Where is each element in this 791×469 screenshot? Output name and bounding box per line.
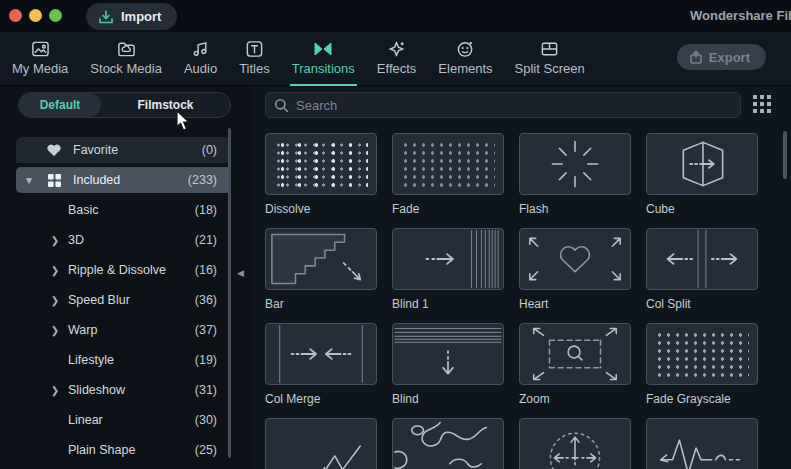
sidebar-item-plain-shape[interactable]: Plain Shape (25) (16, 437, 231, 463)
tab-label: Split Screen (515, 61, 585, 76)
sidebar-item-favorite[interactable]: Favorite (0) (16, 137, 231, 163)
sidebar-scrollbar[interactable] (228, 128, 231, 458)
sidebar-item-lifestyle[interactable]: Lifestyle (19) (16, 347, 231, 373)
transition-label: Blind 1 (392, 297, 504, 311)
tab-effects[interactable]: Effects (375, 38, 419, 86)
transition-item-col-split[interactable]: Col Split (646, 228, 758, 323)
transitions-grid: Dissolve Fade Flash Cube (265, 133, 758, 469)
dotted-circle-arrows-icon (520, 418, 630, 469)
search-bar[interactable] (265, 92, 741, 118)
app-title: Wondershare Fil (690, 8, 791, 23)
search-icon (274, 98, 289, 113)
title-bar: Import Wondershare Fil (0, 0, 791, 32)
transition-item-partial-2[interactable] (392, 418, 504, 469)
chevron-right-icon[interactable]: ❯ (42, 295, 68, 306)
sidebar-item-count: (19) (195, 353, 217, 367)
chevron-down-icon[interactable]: ▼ (16, 175, 42, 186)
magnifier-expand-arrows-icon (520, 323, 630, 385)
transition-thumbnail[interactable] (265, 228, 377, 290)
sidebar-item-count: (31) (195, 383, 217, 397)
transition-thumbnail[interactable] (265, 418, 377, 469)
chevron-right-icon[interactable]: ❯ (42, 265, 68, 276)
transition-item-partial-4[interactable] (646, 418, 758, 469)
transition-item-flash[interactable]: Flash (519, 133, 631, 228)
panel-collapse-arrow-icon[interactable]: ◀ (237, 266, 247, 280)
transition-item-partial-1[interactable] (265, 418, 377, 469)
transition-item-cube[interactable]: Cube (646, 133, 758, 228)
chevron-right-icon[interactable]: ❯ (42, 325, 68, 336)
transition-thumbnail[interactable] (392, 133, 504, 195)
tab-label: Transitions (292, 61, 355, 76)
sidebar-item-label: Favorite (73, 143, 118, 157)
transition-thumbnail[interactable] (519, 418, 631, 469)
transition-item-zoom[interactable]: Zoom (519, 323, 631, 418)
transition-thumbnail[interactable] (646, 418, 758, 469)
transition-label: Dissolve (265, 202, 377, 216)
sidebar-item-slideshow[interactable]: ❯ Slideshow (31) (16, 377, 231, 403)
sidebar-item-label: Plain Shape (68, 443, 135, 457)
close-window-button[interactable] (9, 9, 22, 22)
export-button[interactable]: Export (677, 44, 766, 70)
tab-label: Stock Media (90, 61, 162, 76)
elements-icon (456, 40, 475, 58)
transition-thumbnail[interactable] (646, 133, 758, 195)
transitions-content: Dissolve Fade Flash Cube (250, 86, 791, 469)
chevron-right-icon[interactable]: ❯ (42, 385, 68, 396)
tab-transitions[interactable]: Transitions (290, 38, 357, 86)
sidebar-item-3d[interactable]: ❯ 3D (21) (16, 227, 231, 253)
transition-thumbnail[interactable] (519, 228, 631, 290)
transition-item-dissolve[interactable]: Dissolve (265, 133, 377, 228)
toggle-filmstock[interactable]: Filmstock (101, 93, 230, 117)
transition-item-fade-grayscale[interactable]: Fade Grayscale (646, 323, 758, 418)
tab-split-screen[interactable]: Split Screen (513, 38, 587, 86)
my-media-icon (31, 40, 50, 58)
sidebar-item-label: Linear (68, 413, 103, 427)
chevron-right-icon[interactable]: ❯ (42, 235, 68, 246)
transition-label: Col Merge (265, 392, 377, 406)
toggle-default[interactable]: Default (19, 93, 101, 117)
transition-item-fade[interactable]: Fade (392, 133, 504, 228)
transition-label: Heart (519, 297, 631, 311)
transition-label: Bar (265, 297, 377, 311)
tab-elements[interactable]: Elements (436, 38, 494, 86)
stock-media-icon (117, 40, 136, 58)
tab-audio[interactable]: Audio (182, 38, 219, 86)
tab-titles[interactable]: Titles (237, 38, 272, 86)
transition-item-bar[interactable]: Bar (265, 228, 377, 323)
sidebar-item-count: (0) (202, 143, 217, 157)
minimize-window-button[interactable] (29, 9, 42, 22)
transition-thumbnail[interactable] (265, 133, 377, 195)
transition-thumbnail[interactable] (265, 323, 377, 385)
transitions-icon (313, 40, 333, 58)
transition-thumbnail[interactable] (392, 228, 504, 290)
sidebar-item-ripple-dissolve[interactable]: ❯ Ripple & Dissolve (16) (16, 257, 231, 283)
search-input[interactable] (296, 98, 732, 113)
transition-thumbnail[interactable] (646, 323, 758, 385)
transition-item-blind[interactable]: Blind (392, 323, 504, 418)
sidebar-item-basic[interactable]: Basic (18) (16, 197, 231, 223)
arrows-split-outward-icon (647, 228, 757, 290)
export-label: Export (709, 50, 750, 65)
tab-my-media[interactable]: My Media (10, 38, 70, 86)
tab-stock-media[interactable]: Stock Media (88, 38, 164, 86)
transition-thumbnail[interactable] (646, 228, 758, 290)
transition-item-col-merge[interactable]: Col Merge (265, 323, 377, 418)
transition-thumbnail[interactable] (392, 418, 504, 469)
transition-item-partial-3[interactable] (519, 418, 631, 469)
transition-thumbnail[interactable] (392, 323, 504, 385)
sidebar-item-warp[interactable]: ❯ Warp (37) (16, 317, 231, 343)
grid-view-icon[interactable] (753, 95, 773, 115)
staircase-arrow-icon (266, 228, 376, 290)
tab-label: Elements (438, 61, 492, 76)
zoom-window-button[interactable] (49, 9, 62, 22)
transition-item-blind-1[interactable]: Blind 1 (392, 228, 504, 323)
sidebar-item-speed-blur[interactable]: ❯ Speed Blur (36) (16, 287, 231, 313)
transition-item-heart[interactable]: Heart (519, 228, 631, 323)
import-button[interactable]: Import (86, 3, 177, 30)
heart-icon (42, 143, 66, 157)
sidebar-item-linear[interactable]: Linear (30) (16, 407, 231, 433)
content-scrollbar[interactable] (783, 131, 787, 179)
transition-thumbnail[interactable] (519, 323, 631, 385)
transition-thumbnail[interactable] (519, 133, 631, 195)
sidebar-item-included[interactable]: ▼ Included (233) (16, 167, 231, 193)
